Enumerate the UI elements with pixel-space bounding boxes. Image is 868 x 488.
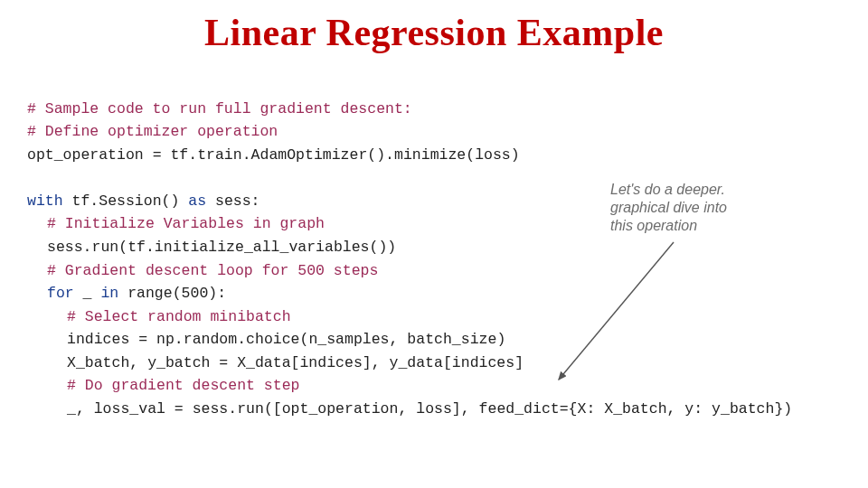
code-token: run — [92, 239, 119, 256]
code-token: , — [129, 354, 147, 371]
code-token: initialize_all_variables — [155, 239, 370, 256]
code-token: = — [175, 400, 184, 418]
code-token: _ — [74, 285, 101, 302]
code-comment: # Define optimizer operation — [27, 123, 278, 140]
code-token: y — [684, 400, 693, 418]
code-token: opt_operation — [27, 146, 153, 164]
code-token: run — [237, 400, 264, 418]
code-token: loss — [416, 400, 452, 418]
code-token: sess — [47, 239, 83, 256]
slide-title: Linear Regression Example — [27, 11, 841, 54]
code-token: = — [153, 146, 162, 164]
code-token: _ — [67, 400, 76, 418]
code-token: range — [118, 285, 172, 302]
code-token: . — [228, 400, 237, 418]
code-token: () — [162, 192, 189, 210]
code-token: minimize — [394, 146, 466, 164]
code-token: [ — [443, 354, 452, 371]
code-token: tf — [63, 192, 90, 210]
code-block: # Sample code to run full gradient desce… — [27, 74, 841, 420]
code-token: Session — [99, 192, 161, 210]
code-token: ( — [173, 285, 182, 302]
code-token: : — [251, 192, 260, 210]
code-token: feed_dict — [479, 400, 560, 418]
code-token: ], — [452, 400, 479, 418]
code-token: = — [138, 331, 147, 348]
code-token: = — [219, 354, 228, 371]
code-token: opt_operation — [282, 400, 399, 418]
code-token: ], — [363, 354, 390, 371]
code-token: ) — [496, 331, 505, 348]
code-token: tf — [127, 239, 146, 256]
code-token: ] — [514, 354, 524, 371]
code-token: , — [667, 400, 685, 418]
code-comment: # Initialize Variables in graph — [47, 215, 325, 232]
code-token: sess — [184, 400, 229, 418]
code-token: ([ — [264, 400, 282, 418]
code-token: np — [147, 331, 175, 348]
code-token: : — [586, 400, 604, 418]
code-token: . — [146, 239, 155, 256]
code-token: loss_val — [94, 400, 175, 418]
code-token: X — [578, 400, 587, 418]
code-comment: # Select random minibatch — [67, 308, 291, 325]
code-keyword: with — [27, 192, 63, 210]
code-token: }) — [774, 400, 792, 418]
code-token: : — [693, 400, 712, 418]
code-token: sess — [206, 192, 251, 210]
code-token: random — [184, 331, 237, 348]
code-keyword: for — [47, 285, 74, 302]
code-comment: # Sample code to run full gradient desce… — [27, 100, 412, 117]
code-token: [ — [291, 354, 300, 371]
code-comment: # Gradient descent loop for 500 steps — [47, 262, 378, 279]
code-token: (). — [367, 146, 394, 164]
annotation-line: Let's do a deeper. — [610, 182, 725, 197]
code-keyword: in — [100, 285, 118, 302]
code-token: train — [197, 146, 242, 164]
annotation-line: graphical dive into — [610, 200, 727, 215]
code-token: ()) — [370, 239, 397, 256]
code-token: X_batch — [67, 354, 129, 371]
slide: Linear Regression Example # Sample code … — [0, 0, 868, 488]
code-token: batch_size — [407, 331, 496, 348]
code-token: , — [390, 331, 408, 348]
code-token: ={ — [560, 400, 578, 418]
code-comment: # Do gradient descent step — [67, 377, 299, 394]
code-token: AdamOptimizer — [251, 146, 368, 164]
code-token: indices — [452, 354, 514, 371]
code-token: choice — [246, 331, 299, 348]
code-token: indices — [67, 331, 138, 348]
code-keyword: as — [188, 192, 206, 210]
code-token: indices — [299, 354, 362, 371]
code-token: , — [398, 400, 416, 418]
code-token: , — [76, 400, 94, 418]
code-token: ): — [208, 285, 226, 302]
code-token: . — [188, 146, 197, 164]
code-token: ( — [466, 146, 475, 164]
code-token: ) — [511, 146, 520, 164]
code-token: y_batch — [147, 354, 219, 371]
code-token: . — [90, 192, 99, 210]
code-token: . — [242, 146, 251, 164]
code-token: ( — [118, 239, 127, 256]
code-token: . — [83, 239, 92, 256]
annotation-line: this operation — [610, 218, 697, 233]
code-token: tf — [162, 146, 189, 164]
code-token: 500 — [182, 285, 209, 302]
code-token: . — [175, 331, 184, 348]
code-token: X_data — [228, 354, 290, 371]
code-token: y_data — [390, 354, 443, 371]
code-token: X_batch — [604, 400, 666, 418]
code-token: n_samples — [308, 331, 389, 348]
code-token: ( — [300, 331, 309, 348]
annotation-text: Let's do a deeper. graphical dive into t… — [610, 181, 809, 235]
code-token: loss — [475, 146, 511, 164]
code-token: y_batch — [712, 400, 774, 418]
code-token: . — [237, 331, 246, 348]
